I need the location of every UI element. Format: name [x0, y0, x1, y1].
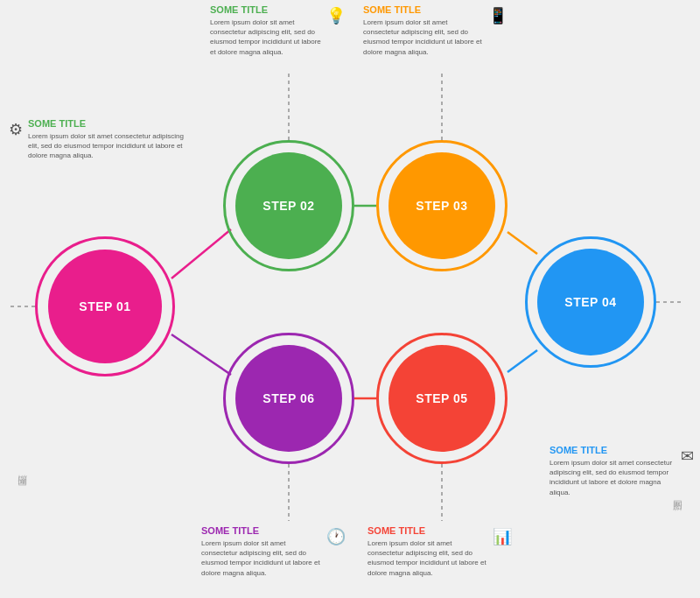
info-box-right: SOME TITLE Lorem ipsum dolor sit amet co…	[550, 445, 694, 497]
info-title-bottom-left: SOME TITLE	[201, 525, 321, 536]
info-box-bottom-left: SOME TITLE Lorem ipsum dolor sit amet co…	[201, 525, 346, 578]
step01-label: STEP 01	[79, 299, 130, 313]
info-title-right: SOME TITLE	[550, 445, 676, 455]
step05-circle[interactable]: STEP 05	[376, 333, 508, 464]
step04-label: STEP 04	[564, 295, 616, 309]
chart-icon: 📊	[493, 527, 512, 546]
info-box-top-center: SOME TITLE Lorem ipsum dolor sit amet co…	[210, 4, 346, 57]
email-icon: ✉	[681, 447, 694, 466]
step03-circle[interactable]: STEP 03	[376, 140, 508, 271]
info-body-top-left: Lorem ipsum dolor sit amet consectetur a…	[28, 131, 184, 161]
info-title-top-left: SOME TITLE	[28, 118, 184, 129]
step01-circle[interactable]: STEP 01	[35, 236, 175, 376]
step06-label: STEP 06	[262, 391, 314, 405]
info-body-bottom-left: Lorem ipsum dolor sit amet consectetur a…	[201, 538, 321, 578]
step04-circle[interactable]: STEP 04	[525, 236, 656, 368]
step06-circle[interactable]: STEP 06	[223, 333, 354, 464]
info-box-top-left: ⚙ SOME TITLE Lorem ipsum dolor sit amet …	[9, 118, 184, 161]
info-body-right: Lorem ipsum dolor sit amet consectetur a…	[550, 458, 676, 497]
svg-line-5	[172, 334, 231, 375]
info-body-top-right: Lorem ipsum dolor sit amet consectetur a…	[363, 18, 483, 57]
phone-icon: 📱	[488, 6, 508, 25]
step05-label: STEP 05	[416, 391, 467, 405]
lightbulb-icon: 💡	[326, 6, 346, 25]
step02-label: STEP 02	[262, 199, 314, 213]
clock-icon: 🕐	[326, 527, 346, 546]
info-title-top-center: SOME TITLE	[210, 4, 321, 15]
info-title-top-right: SOME TITLE	[363, 4, 483, 15]
info-body-bottom-right: Lorem ipsum dolor sit amet consectetur a…	[368, 538, 487, 578]
info-title-bottom-right: SOME TITLE	[368, 525, 487, 536]
step02-circle[interactable]: STEP 02	[223, 140, 354, 271]
info-body-top-center: Lorem ipsum dolor sit amet consectetur a…	[210, 18, 321, 57]
info-box-top-right: SOME TITLE Lorem ipsum dolor sit amet co…	[363, 4, 508, 57]
step03-label: STEP 03	[416, 199, 467, 213]
info-box-bottom-right: SOME TITLE Lorem ipsum dolor sit amet co…	[368, 525, 512, 578]
gear-icon: ⚙	[9, 120, 23, 139]
svg-line-0	[172, 229, 231, 278]
